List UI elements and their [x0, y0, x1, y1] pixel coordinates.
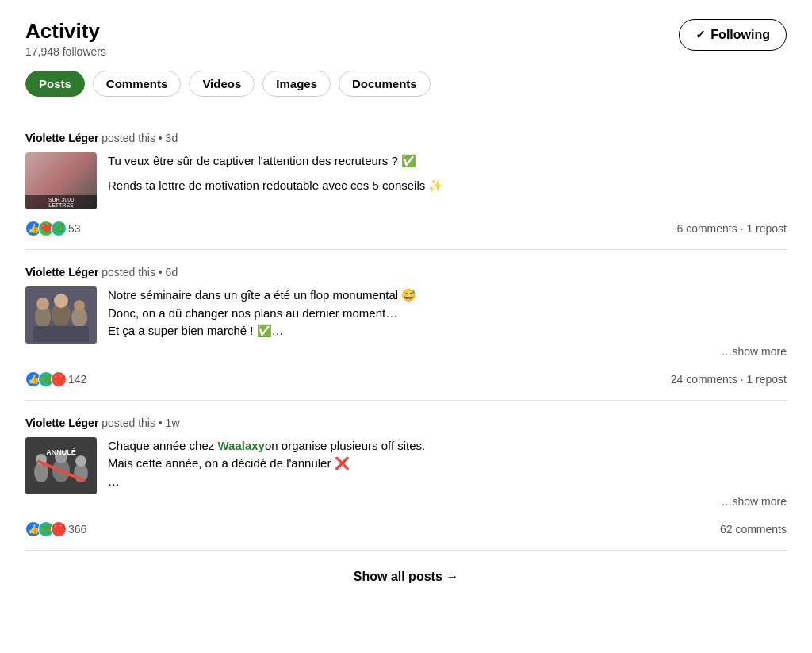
post-1-reaction-count: 53: [68, 222, 81, 235]
tab-images[interactable]: Images: [262, 71, 331, 97]
post-2-author: Violette Léger: [25, 266, 98, 278]
post-1-footer: 👍 ❤️ 🌿 53 6 comments · 1 repost: [25, 221, 787, 236]
following-label: Following: [710, 28, 770, 42]
reaction-love-icon: ❤️: [51, 521, 67, 537]
post-2-reaction-count: 142: [68, 373, 86, 386]
post-2-stats: 24 comments · 1 repost: [671, 373, 787, 386]
show-all-posts-button[interactable]: Show all posts →: [25, 551, 787, 590]
reaction-love-icon: ❤️: [51, 371, 67, 387]
activity-header: Activity 17,948 followers ✓ Following: [25, 19, 787, 58]
post-1-stats: 6 comments · 1 repost: [676, 222, 787, 235]
post-2-line2: Donc, on a dû changer nos plans au derni…: [108, 305, 787, 323]
post-1-thumbnail: SUR 3000LETTRES: [25, 152, 97, 209]
following-button[interactable]: ✓ Following: [679, 19, 787, 51]
post-3-body: ANNULÉ Chaque année chez Waalaxyon organ…: [25, 437, 787, 511]
page-title: Activity: [25, 19, 106, 44]
tab-documents[interactable]: Documents: [339, 71, 431, 97]
post-2-time: 6d: [166, 266, 178, 278]
filter-tabs: Posts Comments Videos Images Documents: [25, 71, 787, 97]
post-2-line1: Notre séminaire dans un gîte a été un fl…: [108, 286, 787, 305]
post-3-reaction-count: 366: [68, 523, 86, 536]
post-3-action: posted this •: [102, 417, 165, 429]
post-2-comments: 24 comments: [671, 373, 737, 386]
post-1-line1: Tu veux être sûr de captiver l'attention…: [108, 152, 787, 171]
post-1: Violette Léger posted this • 3d SUR 3000…: [25, 116, 787, 250]
post-3-line3: …: [108, 473, 787, 491]
post-3-line2: Mais cette année, on a décidé de l'annul…: [108, 455, 787, 473]
svg-point-7: [74, 300, 85, 311]
post-1-action: posted this •: [102, 132, 165, 144]
post-3-line1: Chaque année chez Waalaxyon organise plu…: [108, 437, 787, 455]
post-3-reactions: 👍 🌿 ❤️ 366: [25, 521, 86, 537]
tab-videos[interactable]: Videos: [189, 71, 255, 97]
post-2-meta: Violette Léger posted this • 6d: [25, 266, 787, 278]
reaction-clap-icon: 🌿: [51, 221, 67, 236]
post-1-reactions: 👍 ❤️ 🌿 53: [25, 221, 81, 236]
post-3-author: Violette Léger: [25, 417, 98, 429]
post-3-time: 1w: [166, 417, 180, 429]
post-3-reaction-icons: 👍 🌿 ❤️: [25, 521, 63, 537]
waalaxy-link[interactable]: Waalaxy: [217, 439, 264, 452]
post-3: Violette Léger posted this • 1w ANNULÉ: [25, 401, 787, 551]
post-3-footer: 👍 🌿 ❤️ 366 62 comments: [25, 521, 787, 537]
post-3-show-more[interactable]: …show more: [108, 494, 787, 510]
post-2: Violette Léger posted this • 6d Notre sé…: [25, 250, 787, 401]
post-2-content: Notre séminaire dans un gîte a été un fl…: [108, 286, 787, 360]
post-2-show-more[interactable]: …show more: [108, 344, 787, 360]
post-2-footer: 👍 🌿 ❤️ 142 24 comments · 1 repost: [25, 371, 787, 387]
post-2-line3: Et ça a super bien marché ! ✅…: [108, 322, 787, 340]
post-1-body: SUR 3000LETTRES Tu veux être sûr de capt…: [25, 152, 787, 209]
post-2-reaction-icons: 👍 🌿 ❤️: [25, 371, 63, 387]
post-3-suffix: on organise plusieurs off sites.: [265, 439, 425, 452]
svg-point-5: [36, 298, 49, 310]
post-3-stats: 62 comments: [720, 523, 787, 536]
post-3-content: Chaque année chez Waalaxyon organise plu…: [108, 437, 787, 511]
post-1-line2: Rends ta lettre de motivation redoutable…: [108, 177, 787, 195]
post-1-reposts: 1 repost: [746, 222, 787, 235]
post-1-author: Violette Léger: [25, 132, 98, 144]
post-3-meta: Violette Léger posted this • 1w: [25, 417, 787, 429]
post-3-comments: 62 comments: [720, 523, 787, 536]
post-1-content: Tu veux être sûr de captiver l'attention…: [108, 152, 787, 194]
post-3-prefix: Chaque année chez: [108, 439, 217, 452]
title-block: Activity 17,948 followers: [25, 19, 106, 58]
post-2-reactions: 👍 🌿 ❤️ 142: [25, 371, 86, 387]
post-3-thumbnail: ANNULÉ: [25, 437, 97, 494]
tab-comments[interactable]: Comments: [93, 71, 182, 97]
post-1-time: 3d: [166, 132, 178, 144]
svg-point-15: [75, 455, 86, 467]
followers-count: 17,948 followers: [25, 45, 106, 58]
post-1-comments: 6 comments: [676, 222, 737, 235]
post-1-thumb-label: SUR 3000LETTRES: [25, 195, 97, 209]
post-2-action: posted this •: [102, 266, 165, 278]
post-1-reaction-icons: 👍 ❤️ 🌿: [25, 221, 63, 236]
checkmark-icon: ✓: [695, 28, 706, 42]
post-2-body: Notre séminaire dans un gîte a été un fl…: [25, 286, 787, 360]
tab-posts[interactable]: Posts: [25, 71, 85, 97]
post-2-thumbnail: [25, 286, 97, 344]
svg-rect-4: [33, 326, 89, 342]
post-1-meta: Violette Léger posted this • 3d: [25, 132, 787, 144]
svg-point-6: [54, 294, 68, 308]
svg-text:ANNULÉ: ANNULÉ: [46, 448, 76, 456]
post-2-reposts: 1 repost: [746, 373, 787, 386]
